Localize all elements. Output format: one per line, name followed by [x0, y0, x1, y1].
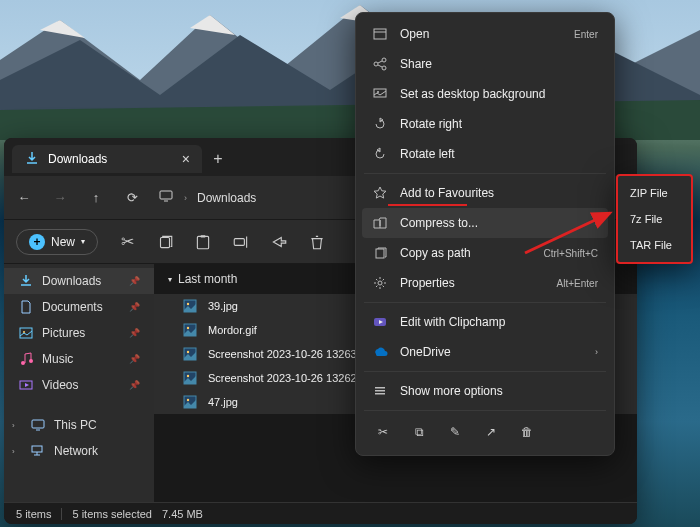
image-file-icon [182, 322, 198, 338]
sidebar-item-label: Pictures [42, 326, 85, 340]
pc-icon [158, 188, 174, 207]
sidebar-item-label: This PC [54, 418, 97, 432]
ctx-copy-as-path[interactable]: Copy as pathCtrl+Shift+C [362, 238, 608, 268]
chevron-right-icon: › [12, 421, 22, 430]
rename-icon[interactable]: ✎ [444, 421, 466, 443]
sidebar-item-network[interactable]: ›Network [4, 438, 154, 464]
music-icon [18, 351, 34, 367]
sidebar-item-pictures[interactable]: Pictures📌 [4, 320, 154, 346]
copy-icon[interactable] [156, 233, 174, 251]
close-icon[interactable]: × [182, 151, 190, 167]
svg-rect-17 [32, 420, 44, 428]
pc-icon [30, 417, 46, 433]
ctx-rotate-right[interactable]: Rotate right [362, 109, 608, 139]
sidebar-item-downloads[interactable]: Downloads📌 [4, 268, 154, 294]
delete-icon[interactable]: 🗑 [516, 421, 538, 443]
ctx-item-label: Compress to... [400, 216, 478, 230]
download-icon [18, 273, 34, 289]
svg-point-36 [378, 281, 382, 285]
context-menu-separator [364, 410, 606, 411]
ctx-compress-to-[interactable]: Compress to...› [362, 208, 608, 238]
svg-rect-10 [201, 235, 206, 237]
share-icon[interactable]: ↗ [480, 421, 502, 443]
ctx-show-more-options[interactable]: Show more options [362, 376, 608, 406]
ctx-share[interactable]: Share [362, 49, 608, 79]
file-name: 47.jpg [208, 396, 238, 408]
pin-icon: 📌 [129, 328, 140, 338]
svg-rect-40 [375, 393, 385, 395]
svg-point-22 [187, 327, 189, 329]
new-button[interactable]: + New ▾ [16, 229, 98, 255]
forward-button[interactable]: → [50, 188, 70, 208]
refresh-button[interactable]: ⟳ [122, 188, 142, 208]
context-menu-separator [364, 371, 606, 372]
ctx-set-as-desktop-background[interactable]: Set as desktop background [362, 79, 608, 109]
breadcrumb[interactable]: › Downloads [158, 188, 256, 207]
video-icon [18, 377, 34, 393]
submenu-zip-file[interactable]: ZIP File [622, 180, 687, 206]
ctx-item-label: Add to Favourites [400, 186, 494, 200]
delete-icon[interactable] [308, 233, 326, 251]
svg-point-28 [187, 399, 189, 401]
cut-icon[interactable]: ✂ [372, 421, 394, 443]
properties-icon [372, 275, 388, 291]
svg-point-31 [374, 62, 378, 66]
svg-rect-39 [375, 390, 385, 392]
clipchamp-icon [372, 314, 388, 330]
svg-point-15 [29, 359, 33, 363]
ctx-rotate-left[interactable]: Rotate left [362, 139, 608, 169]
status-bar: 5 items 5 items selected 7.45 MB [4, 502, 637, 524]
pin-icon: 📌 [129, 276, 140, 286]
ctx-properties[interactable]: PropertiesAlt+Enter [362, 268, 608, 298]
image-file-icon [182, 370, 198, 386]
sidebar-item-music[interactable]: Music📌 [4, 346, 154, 372]
pin-icon: 📌 [129, 302, 140, 312]
breadcrumb-label: Downloads [197, 191, 256, 205]
tab-label: Downloads [48, 152, 107, 166]
ctx-onedrive[interactable]: OneDrive› [362, 337, 608, 367]
rename-icon[interactable] [232, 233, 250, 251]
svg-rect-8 [161, 237, 170, 247]
shortcut-label: Ctrl+Shift+C [544, 248, 598, 259]
chevron-right-icon: › [595, 347, 598, 357]
sidebar-item-label: Videos [42, 378, 78, 392]
submenu-tar-file[interactable]: TAR File [622, 232, 687, 258]
back-button[interactable]: ← [14, 188, 34, 208]
status-items: 5 items [16, 508, 51, 520]
tab-downloads[interactable]: Downloads × [12, 145, 202, 173]
image-file-icon [182, 394, 198, 410]
ctx-edit-with-clipchamp[interactable]: Edit with Clipchamp [362, 307, 608, 337]
svg-rect-33 [374, 89, 386, 97]
new-tab-button[interactable]: + [204, 145, 232, 173]
sidebar-item-label: Network [54, 444, 98, 458]
context-menu-separator [364, 302, 606, 303]
submenu-7z-file[interactable]: 7z File [622, 206, 687, 232]
copy-icon[interactable]: ⧉ [408, 421, 430, 443]
cut-icon[interactable]: ✂ [118, 233, 136, 251]
ctx-item-label: Share [400, 57, 432, 71]
paste-icon[interactable] [194, 233, 212, 251]
open-icon [372, 26, 388, 42]
download-icon [24, 151, 40, 167]
picture-icon [18, 325, 34, 341]
highlight-underline [388, 204, 467, 206]
sidebar-item-videos[interactable]: Videos📌 [4, 372, 154, 398]
svg-point-24 [187, 351, 189, 353]
compress-icon [372, 215, 388, 231]
svg-rect-7 [160, 191, 172, 199]
share-icon [372, 56, 388, 72]
sidebar-item-this-pc[interactable]: ›This PC [4, 412, 154, 438]
pin-icon: 📌 [129, 380, 140, 390]
ctx-item-label: Properties [400, 276, 455, 290]
ctx-open[interactable]: OpenEnter [362, 19, 608, 49]
up-button[interactable]: ↑ [86, 188, 106, 208]
svg-point-32 [382, 66, 386, 70]
desktop-bg-icon [372, 86, 388, 102]
pin-icon: 📌 [129, 354, 140, 364]
ctx-item-label: Rotate right [400, 117, 462, 131]
sidebar-item-documents[interactable]: Documents📌 [4, 294, 154, 320]
star-icon [372, 185, 388, 201]
svg-rect-29 [374, 29, 386, 39]
svg-rect-18 [32, 446, 42, 452]
share-icon[interactable] [270, 233, 288, 251]
